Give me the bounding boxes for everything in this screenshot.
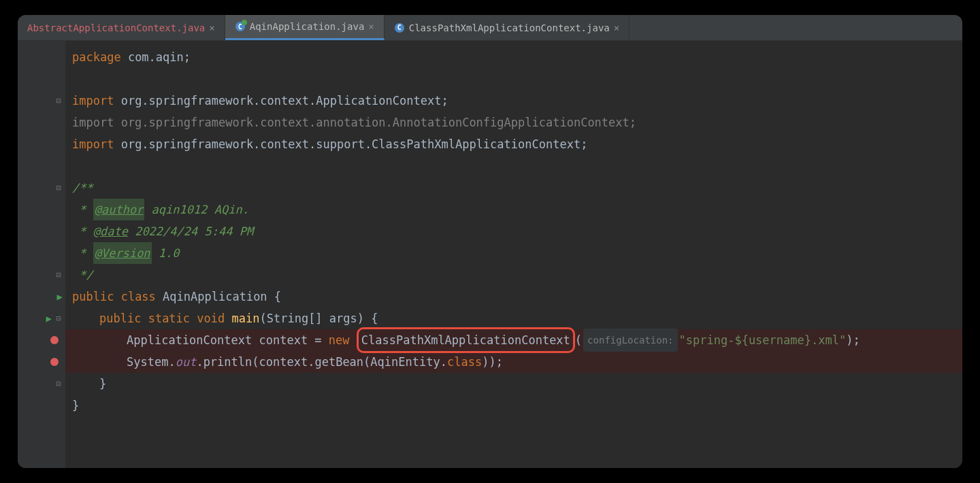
code-line: import org.springframework.context.suppo…: [65, 133, 962, 155]
code-area[interactable]: package com.aqin; import org.springframe…: [65, 41, 962, 468]
fold-end-icon[interactable]: ⊟: [54, 270, 63, 280]
javadoc-tag: @Version: [93, 242, 152, 264]
brace: {: [274, 286, 281, 307]
tab-label: ClassPathXmlApplicationContext.java: [409, 22, 610, 33]
keyword: package: [72, 46, 128, 68]
punct: (: [575, 329, 582, 351]
class-name: AqinApplication: [163, 286, 274, 307]
brace: }: [72, 395, 79, 416]
fold-icon[interactable]: ⊟: [54, 314, 63, 323]
code-line: package com.aqin;: [65, 46, 962, 68]
java-class-icon: C: [394, 22, 405, 33]
fold-icon[interactable]: ⊟: [54, 183, 63, 193]
javadoc: /**: [72, 177, 93, 199]
code-line: import org.springframework.context.annot…: [65, 112, 962, 133]
import-path: org.springframework.context.ApplicationC…: [121, 90, 442, 112]
close-icon[interactable]: ×: [209, 22, 214, 33]
breakpoint-icon[interactable]: [50, 336, 59, 344]
punct: []: [308, 307, 329, 329]
javadoc-text: aqin1012 AQin.: [144, 199, 249, 220]
fold-icon[interactable]: ⊟: [54, 96, 63, 105]
code-line: }: [65, 395, 962, 416]
javadoc: *: [72, 220, 93, 242]
code-line: System.out.println(context.getBean(AqinE…: [65, 351, 962, 373]
punct: );: [846, 329, 860, 351]
keyword: import: [72, 133, 121, 155]
tab-label: AbstractApplicationContext.java: [27, 22, 205, 33]
tab-bar: AbstractApplicationContext.java × C Aqin…: [18, 15, 962, 41]
punct: )): [482, 351, 495, 373]
parameter-hint: configLocation:: [583, 329, 677, 352]
java-class-icon: C: [235, 21, 246, 32]
code-line: * @author aqin1012 AQin.: [65, 199, 962, 220]
code-line: }: [65, 373, 962, 395]
keyword: import: [72, 90, 121, 112]
punct: (: [259, 307, 266, 329]
punct: ;: [184, 46, 191, 68]
breakpoint-icon[interactable]: [50, 358, 59, 366]
tab-abstract-application-context[interactable]: AbstractApplicationContext.java ×: [18, 15, 225, 40]
class-ref: System.: [127, 351, 176, 373]
code-line: [65, 68, 962, 90]
javadoc: */: [72, 264, 93, 286]
keyword: new: [329, 329, 357, 351]
punct: ): [357, 307, 371, 329]
static-field: out: [176, 351, 197, 373]
run-icon[interactable]: ▶: [57, 291, 63, 302]
keyword: public: [99, 307, 148, 329]
close-icon[interactable]: ×: [368, 21, 374, 32]
code-line: * @Version 1.0: [65, 242, 962, 264]
punct: .: [196, 351, 203, 373]
method-name: main: [232, 307, 260, 329]
gutter[interactable]: ⊟ ⊟ ⊟ ▶ ▶⊟ ⊟: [18, 41, 65, 468]
unused-import: import org.springframework.context.annot…: [72, 112, 636, 133]
keyword: public: [72, 286, 121, 307]
method-call: getBean: [314, 351, 363, 373]
param: args: [329, 307, 357, 329]
keyword: void: [197, 307, 231, 329]
brace: {: [371, 307, 378, 329]
highlighted-constructor: ClassPathXmlApplicationContext: [357, 327, 575, 353]
code-line: import org.springframework.context.Appli…: [65, 90, 962, 112]
punct: ;: [496, 351, 503, 373]
code-line: /**: [65, 177, 962, 199]
code-line: [65, 155, 962, 177]
javadoc: *: [72, 199, 93, 220]
string-literal: "spring-${username}.xml": [679, 329, 847, 351]
code-line: public class AqinApplication {: [65, 286, 962, 307]
punct: ;: [581, 133, 587, 155]
javadoc-text: 2022/4/24 5:44 PM: [128, 220, 253, 242]
code-line: ApplicationContext context = new ClassPa…: [65, 329, 962, 351]
variable: context: [259, 329, 314, 351]
tab-aqin-application[interactable]: C AqinApplication.java ×: [225, 15, 385, 40]
keyword: class: [121, 286, 163, 307]
type: String: [267, 307, 308, 329]
punct: (: [252, 351, 259, 373]
brace: }: [99, 373, 106, 395]
tab-classpath-xml-application-context[interactable]: C ClassPathXmlApplicationContext.java ×: [385, 15, 630, 40]
import-path: org.springframework.context.support.Clas…: [121, 133, 581, 155]
punct: .: [440, 351, 447, 373]
editor-body: ⊟ ⊟ ⊟ ▶ ▶⊟ ⊟ package com.aqin; import or…: [18, 41, 962, 468]
class-icon-letter: C: [395, 23, 404, 33]
punct: .: [308, 351, 314, 373]
method-call: println: [203, 351, 252, 373]
run-icon[interactable]: ▶: [46, 313, 52, 324]
code-line: * @date 2022/4/24 5:44 PM: [65, 220, 962, 242]
variable: context: [259, 351, 308, 373]
keyword: static: [148, 307, 197, 329]
close-icon[interactable]: ×: [614, 22, 619, 33]
fold-end-icon[interactable]: ⊟: [54, 379, 63, 388]
class-ref: AqinEntity: [370, 351, 440, 373]
code-line: public static void main(String[] args) {: [65, 307, 962, 329]
javadoc-tag: @date: [93, 220, 128, 242]
operator: =: [314, 329, 328, 351]
tab-label: AqinApplication.java: [250, 21, 365, 32]
javadoc-tag: @author: [93, 199, 145, 220]
package-name: com.aqin: [128, 46, 184, 68]
punct: ;: [441, 90, 448, 112]
type: ApplicationContext: [127, 329, 259, 351]
punct: (: [363, 351, 370, 373]
keyword: class: [447, 351, 482, 373]
class-icon-letter: C: [235, 22, 245, 31]
